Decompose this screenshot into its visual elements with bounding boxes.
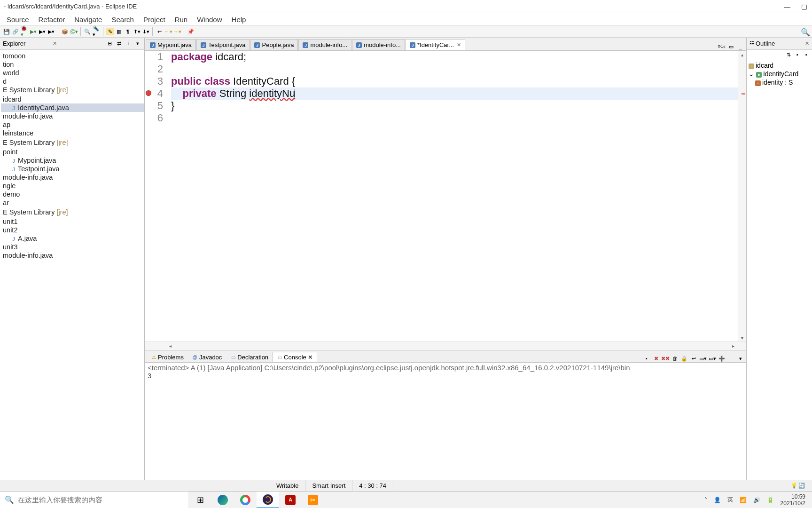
minimize-editor-icon[interactable]: _ [737, 43, 744, 50]
close-panel-icon[interactable]: ✕ [308, 354, 313, 361]
tab-overflow-indicator[interactable]: »₁₅ [718, 43, 726, 50]
eclipse-icon[interactable] [257, 492, 279, 508]
hide-static-icon[interactable]: ▪ [803, 51, 810, 58]
min-panel-icon[interactable]: _ [727, 355, 735, 362]
editor-tab[interactable]: Jmodule-info... [352, 39, 405, 50]
console-output[interactable]: <terminated> A (1) [Java Application] C:… [145, 363, 746, 483]
focus-icon[interactable]: ⁝ [125, 40, 132, 48]
menu-help[interactable]: Help [227, 15, 251, 24]
sort-icon[interactable]: ⇅ [785, 51, 792, 58]
panel-menu-icon[interactable]: ▾ [737, 355, 744, 362]
code-line[interactable] [171, 63, 738, 75]
people-icon[interactable]: 👤 [714, 497, 721, 503]
maximize-button[interactable]: ▢ [800, 2, 808, 11]
menu-run[interactable]: Run [170, 15, 193, 24]
menu-window[interactable]: Window [192, 15, 226, 24]
tree-item[interactable]: module-info.java [1, 112, 144, 120]
search-icon[interactable]: 🔦▾ [93, 28, 100, 35]
editor-tab[interactable]: JPeople.java [250, 39, 298, 50]
save-all-icon[interactable]: 💾 [3, 28, 10, 35]
console-pin-icon[interactable]: ▪ [643, 355, 650, 362]
battery-icon[interactable]: 🔋 [767, 497, 774, 503]
word-wrap-icon[interactable]: ↩ [690, 355, 697, 362]
tree-item[interactable]: module-info.java [1, 173, 144, 182]
tree-item[interactable]: world [1, 69, 144, 77]
ime-indicator[interactable]: 英 [727, 496, 733, 504]
show-whitespace-icon[interactable]: ¶ [124, 28, 132, 35]
code-line[interactable] [171, 112, 738, 124]
tree-item[interactable]: idcard [1, 95, 144, 103]
edge-icon[interactable] [211, 492, 234, 508]
scroll-left-icon[interactable]: ◂ [166, 342, 174, 350]
remove-all-icon[interactable]: ✖✖ [662, 355, 669, 362]
menu-navigate[interactable]: Navigate [70, 15, 107, 24]
panel-tab-javadoc[interactable]: @Javadoc [188, 352, 226, 362]
code-line[interactable]: package idcard; [171, 51, 738, 63]
tree-item[interactable]: ar [1, 198, 144, 207]
editor-tab[interactable]: JTestpoint.java [196, 39, 250, 50]
error-overview-marker[interactable] [742, 93, 745, 95]
vertical-scrollbar[interactable]: ▴ ▾ [738, 51, 746, 341]
annotation-next-icon[interactable]: ⬇▾ [142, 28, 149, 35]
error-marker-icon[interactable] [146, 90, 151, 96]
tree-item[interactable]: ngle [1, 182, 144, 190]
tree-item[interactable]: tion [1, 60, 144, 69]
taskbar-clock[interactable]: 10:59 2021/10/2 [781, 493, 807, 507]
menu-project[interactable]: Project [139, 15, 170, 24]
tree-item[interactable]: tomoon [1, 52, 144, 60]
code-line[interactable]: private String identityNu [171, 87, 738, 100]
annotation-prev-icon[interactable]: ⬆▾ [133, 28, 141, 35]
system-tray[interactable]: ˄ 👤 英 📶 🔊 🔋 10:59 2021/10/2 [700, 493, 812, 507]
task-view-icon[interactable]: ⊞ [189, 492, 211, 508]
pin-icon[interactable]: 📌 [187, 28, 195, 35]
volume-icon[interactable]: 🔊 [753, 497, 760, 503]
new-class-icon[interactable]: Ⓒ▾ [70, 28, 78, 35]
new-package-icon[interactable]: 📦 [61, 28, 69, 35]
menu-search[interactable]: Search [107, 15, 139, 24]
close-tab-icon[interactable]: ✕ [457, 42, 461, 48]
hide-fields-icon[interactable]: ▪ [794, 51, 801, 58]
last-edit-icon[interactable]: ↩ [156, 28, 163, 35]
code-line[interactable]: public class IdentityCard { [171, 75, 738, 87]
close-outline-icon[interactable]: ✕ [805, 40, 809, 47]
back-icon[interactable]: ←▾ [164, 28, 172, 35]
ext-tools-icon[interactable]: ▶▾ [47, 28, 55, 35]
view-menu-icon[interactable]: ▾ [134, 40, 141, 48]
outline-item[interactable]: ⌄ ●IdentityCard [749, 70, 810, 78]
tree-item[interactable]: leinstance [1, 129, 144, 137]
collapse-all-icon[interactable]: ⊟ [106, 40, 113, 48]
toggle-mark-icon[interactable]: ✎ [106, 28, 114, 35]
taskbar-search[interactable]: 🔍 [0, 492, 188, 508]
tree-item[interactable]: JMypoint.java [1, 156, 144, 165]
tree-item[interactable]: unit1 [1, 217, 144, 226]
code-line[interactable]: } [171, 100, 738, 112]
chrome-icon[interactable] [234, 492, 257, 508]
horizontal-scrollbar[interactable]: ◂ ▸ [145, 341, 746, 350]
tree-item[interactable]: unit2 [1, 226, 144, 234]
tree-item[interactable]: E System Library [jre] [1, 138, 144, 147]
menu-refactor[interactable]: Refactor [34, 15, 70, 24]
editor-tab[interactable]: Jmodule-info... [298, 39, 351, 50]
tree-item[interactable]: d [1, 77, 144, 86]
tree-item[interactable]: JA.java [1, 234, 144, 243]
coverage-icon[interactable]: ▶▾ [39, 28, 46, 35]
outline-tree[interactable]: ▫idcard⌄ ●IdentityCard▫identity : S [747, 59, 812, 491]
editor-content[interactable]: package idcard;public class IdentityCard… [168, 51, 738, 341]
toggle-block-icon[interactable]: ▦ [115, 28, 123, 35]
wifi-icon[interactable]: 📶 [740, 497, 747, 503]
maximize-editor-icon[interactable]: ▭ [727, 43, 735, 50]
taskbar-search-input[interactable] [18, 496, 183, 504]
menu-source[interactable]: Source [2, 15, 34, 24]
tree-item[interactable]: E System Library [jre] [1, 208, 144, 216]
tree-item[interactable]: JTestpoint.java [1, 165, 144, 173]
open-console-icon[interactable]: ▭▾ [709, 355, 716, 362]
tree-item[interactable]: JIdentityCard.java [1, 103, 144, 112]
outline-item[interactable]: ▫idcard [749, 61, 810, 70]
minimize-button[interactable]: — [783, 2, 791, 11]
quick-access-icon[interactable]: 🔍 [801, 28, 808, 35]
tree-item[interactable]: E System Library [jre] [1, 86, 144, 94]
link-icon[interactable]: 🔗 [12, 28, 19, 35]
editor-tab[interactable]: JMypoint.java [146, 39, 196, 50]
link-editor-icon[interactable]: ⇄ [115, 40, 123, 48]
scroll-lock-icon[interactable]: 🔒 [680, 355, 688, 362]
